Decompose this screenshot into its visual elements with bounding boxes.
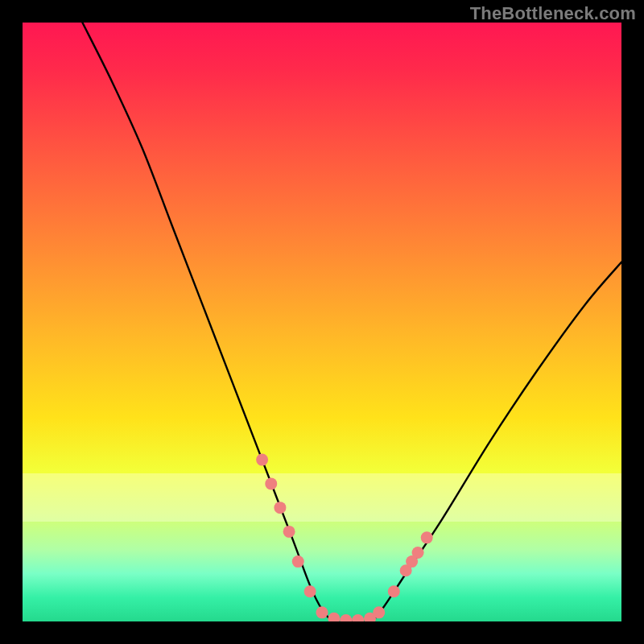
- highlight-dot: [340, 614, 352, 621]
- highlight-dot: [292, 555, 304, 568]
- plot-area: [23, 23, 621, 621]
- chart-frame: TheBottleneck.com: [0, 0, 644, 644]
- highlight-dot: [265, 477, 277, 489]
- highlight-dot: [388, 585, 400, 597]
- highlight-dot: [328, 613, 340, 621]
- highlight-dot: [421, 531, 433, 543]
- highlight-dot: [283, 526, 295, 538]
- curve-layer: [23, 23, 621, 621]
- highlight-dot: [352, 614, 364, 621]
- bottleneck-curve: [82, 23, 621, 621]
- highlight-dot: [304, 585, 316, 597]
- watermark-text: TheBottleneck.com: [470, 3, 636, 24]
- highlight-dots: [256, 454, 433, 621]
- highlight-dot: [316, 606, 328, 618]
- highlight-dot: [256, 454, 268, 466]
- highlight-dot: [373, 606, 385, 618]
- highlight-dot: [412, 547, 424, 559]
- highlight-dot: [274, 502, 286, 514]
